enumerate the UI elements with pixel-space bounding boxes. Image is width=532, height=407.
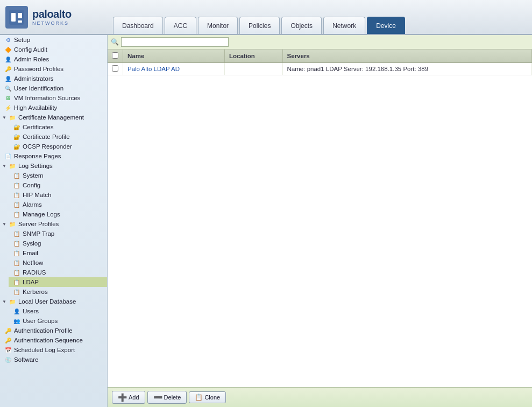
- search-input[interactable]: [121, 37, 229, 47]
- sidebar-item-administrators[interactable]: 👤 Administrators: [0, 74, 107, 83]
- brand-name: paloalto: [32, 8, 72, 20]
- table-row[interactable]: Palo Alto LDAP AD Name: pnad1 LDAP Serve…: [108, 63, 532, 75]
- sidebar-label-users: Users: [23, 308, 39, 314]
- password-profiles-icon: 🔑: [4, 65, 12, 73]
- sidebar-label-cert-profile: Certificate Profile: [23, 134, 70, 140]
- ha-icon: ⚡: [4, 104, 12, 111]
- radius-icon: 📋: [13, 269, 20, 276]
- logo-icon: [5, 6, 28, 29]
- table-area: Name Location Servers Palo Alto LDAP AD …: [108, 50, 532, 387]
- row-location-cell: [224, 63, 282, 75]
- sidebar-label-administrators: Administrators: [14, 75, 54, 82]
- sidebar-label-syslog: Syslog: [23, 240, 41, 247]
- clone-button[interactable]: 📋 Clone: [189, 391, 226, 403]
- sidebar-item-hip-match[interactable]: 📋 HIP Match: [9, 190, 107, 200]
- sidebar-item-radius[interactable]: 📋 RADIUS: [9, 268, 107, 277]
- sidebar-item-auth-profile[interactable]: 🔑 Authentication Profile: [0, 326, 107, 335]
- sidebar-item-alarms[interactable]: 📋 Alarms: [9, 200, 107, 209]
- auth-seq-icon: 🔑: [4, 336, 12, 344]
- sidebar-item-user-identification[interactable]: 🔍 User Identification: [0, 83, 107, 93]
- sidebar-label-ldap: LDAP: [23, 279, 39, 285]
- log-settings-icon: 📁: [9, 162, 16, 170]
- sidebar-item-scheduled-log-export[interactable]: 📅 Scheduled Log Export: [0, 345, 107, 355]
- sidebar-label-system: System: [23, 172, 43, 179]
- sidebar-item-manage-logs[interactable]: 📋 Manage Logs: [9, 209, 107, 219]
- sidebar-label-kerberos: Kerberos: [23, 289, 48, 295]
- sidebar-item-vm-information[interactable]: 🖥 VM Information Sources: [0, 93, 107, 103]
- log-children: 📋 System 📋 Config 📋 HIP Match 📋 Alarms 📋: [0, 171, 107, 219]
- sidebar-label-ocsp: OCSP Responder: [23, 143, 72, 150]
- hip-match-icon: 📋: [13, 191, 20, 199]
- sidebar-label-password-profiles: Password Profiles: [14, 66, 63, 72]
- scheduled-log-icon: 📅: [4, 346, 12, 354]
- syslog-icon: 📋: [13, 240, 20, 247]
- sidebar-label-cert-mgmt: Certificate Management: [18, 114, 84, 121]
- nav-tabs: Dashboard ACC Monitor Policies Objects N…: [108, 0, 405, 34]
- sidebar-item-admin-roles[interactable]: 👤 Admin Roles: [0, 54, 107, 64]
- sidebar-item-kerberos[interactable]: 📋 Kerberos: [9, 287, 107, 297]
- sidebar-item-setup[interactable]: ⚙ Setup: [0, 35, 107, 45]
- sidebar-item-system[interactable]: 📋 System: [9, 171, 107, 180]
- sidebar-group-local-user-database[interactable]: ▼ 📁 Local User Database: [0, 297, 107, 306]
- sidebar-item-response-pages[interactable]: 📄 Response Pages: [0, 151, 107, 161]
- sidebar-label-email: Email: [23, 250, 38, 256]
- paloalto-logo-svg: [8, 9, 25, 26]
- delete-button[interactable]: ➖ Delete: [147, 391, 187, 404]
- sidebar-item-snmp-trap[interactable]: 📋 SNMP Trap: [9, 229, 107, 238]
- row-checkbox-cell: [108, 63, 123, 75]
- sidebar-item-high-availability[interactable]: ⚡ High Availability: [0, 103, 107, 113]
- tab-policies[interactable]: Policies: [239, 17, 280, 34]
- tab-objects[interactable]: Objects: [281, 17, 322, 34]
- sidebar-label-config-audit: Config Audit: [14, 46, 47, 53]
- cert-children: 🔐 Certificates 🔐 Certificate Profile 🔐 O…: [0, 122, 107, 151]
- sidebar-label-server-profiles: Server Profiles: [18, 221, 59, 227]
- sidebar-item-netflow[interactable]: 📋 Netflow: [9, 258, 107, 268]
- row-checkbox[interactable]: [112, 65, 118, 72]
- select-all-checkbox[interactable]: [112, 52, 118, 59]
- sidebar-item-software[interactable]: 💿 Software: [0, 355, 107, 364]
- vm-icon: 🖥: [4, 94, 12, 102]
- add-icon: ➕: [118, 393, 127, 402]
- sidebar-item-config-audit[interactable]: 🔶 Config Audit: [0, 45, 107, 54]
- sidebar-group-server-profiles[interactable]: ▼ 📁 Server Profiles: [0, 219, 107, 229]
- sidebar-label-radius: RADIUS: [23, 269, 46, 276]
- sidebar-item-user-groups[interactable]: 👥 User Groups: [9, 316, 107, 326]
- sidebar-label-user-groups: User Groups: [23, 318, 58, 324]
- sidebar-item-syslog[interactable]: 📋 Syslog: [9, 238, 107, 248]
- tab-network[interactable]: Network: [323, 17, 365, 34]
- sidebar-item-email[interactable]: 📋 Email: [9, 248, 107, 258]
- sidebar-label-netflow: Netflow: [23, 259, 43, 266]
- cert-collapse-arrow: ▼: [2, 115, 6, 120]
- sidebar-item-users[interactable]: 👤 Users: [9, 306, 107, 316]
- content-area: 🔍 Name Location Servers Palo Alto L: [108, 35, 532, 407]
- col-checkbox: [108, 50, 123, 63]
- system-icon: 📋: [13, 172, 20, 179]
- sidebar-item-config[interactable]: 📋 Config: [9, 180, 107, 190]
- email-icon: 📋: [13, 249, 20, 257]
- tab-dashboard[interactable]: Dashboard: [113, 17, 163, 34]
- delete-label: Delete: [164, 394, 181, 401]
- users-icon: 👤: [13, 307, 20, 315]
- sidebar-resize-handle[interactable]: [105, 35, 107, 407]
- tab-monitor[interactable]: Monitor: [198, 17, 238, 34]
- tab-device[interactable]: Device: [367, 17, 405, 34]
- user-id-icon: 🔍: [4, 85, 12, 92]
- sidebar-label-vm: VM Information Sources: [14, 95, 80, 101]
- sidebar-item-password-profiles[interactable]: 🔑 Password Profiles: [0, 64, 107, 74]
- sidebar-label-software: Software: [14, 356, 38, 363]
- sidebar-label-log-settings: Log Settings: [18, 163, 53, 169]
- sidebar-item-certificates[interactable]: 🔐 Certificates: [9, 122, 107, 132]
- sidebar-group-log-settings[interactable]: ▼ 📁 Log Settings: [0, 161, 107, 171]
- sidebar-item-ocsp-responder[interactable]: 🔐 OCSP Responder: [9, 142, 107, 151]
- row-name-link[interactable]: Palo Alto LDAP AD: [127, 66, 180, 72]
- sidebar-label-local-db: Local User Database: [18, 298, 76, 305]
- sidebar-group-certificate-management[interactable]: ▼ 📁 Certificate Management: [0, 113, 107, 122]
- add-button[interactable]: ➕ Add: [112, 391, 145, 404]
- sidebar-item-ldap[interactable]: 📋 LDAP: [9, 277, 107, 287]
- sidebar-item-auth-sequence[interactable]: 🔑 Authentication Sequence: [0, 335, 107, 345]
- tab-acc[interactable]: ACC: [165, 17, 196, 34]
- server-collapse-arrow: ▼: [2, 222, 6, 227]
- sidebar-item-certificate-profile[interactable]: 🔐 Certificate Profile: [9, 132, 107, 142]
- search-bar: 🔍: [108, 35, 532, 50]
- sidebar-label-user-id: User Identification: [14, 85, 63, 92]
